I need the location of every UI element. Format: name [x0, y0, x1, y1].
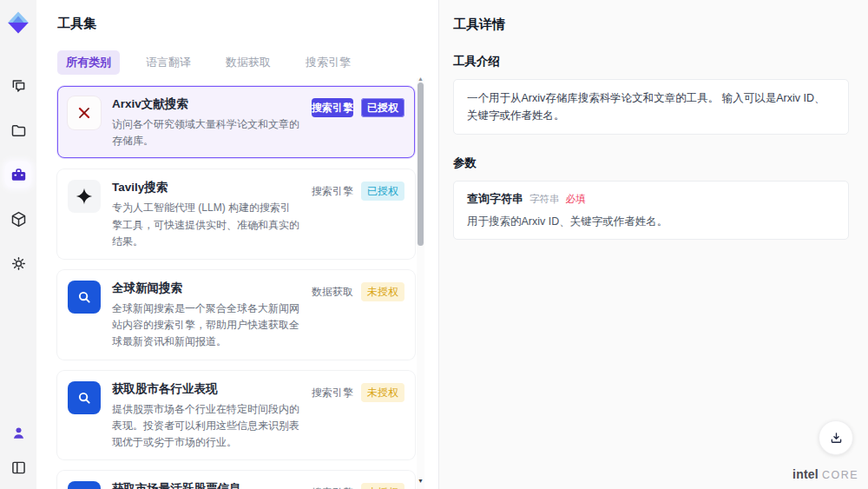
tool-card-body: 获取市场最活跃股票信息 提供当天交易量最高的股票列表。投资者可以利用这些信息来识… — [112, 479, 300, 489]
intro-heading: 工具介绍 — [453, 54, 849, 69]
param-type: 字符串 — [529, 193, 560, 206]
tool-title: 全球新闻搜索 — [112, 281, 300, 296]
status-badge: 已授权 — [361, 182, 404, 201]
sidebar-nav — [5, 73, 31, 276]
details-title: 工具详情 — [453, 17, 849, 33]
search-icon-tile — [68, 281, 101, 314]
scrollbar-thumb[interactable] — [418, 83, 424, 246]
status-badge: 未授权 — [361, 483, 404, 489]
category-badge: 搜索引擎 — [312, 383, 353, 402]
intel-core-logo: intel core — [792, 467, 858, 481]
category-badge: 搜索引擎 — [312, 182, 353, 201]
toolbox-icon — [10, 166, 28, 184]
sidebar-item-settings[interactable] — [5, 250, 31, 276]
tool-card-list: Arxiv文献搜索 访问各个研究领域大量科学论文和文章的存储库。 搜索引擎 已授… — [57, 86, 415, 489]
tool-details-panel: 工具详情 工具介绍 一个用于从Arxiv存储库搜索科学论文和文章的工具。 输入可… — [438, 0, 868, 489]
tool-card-0[interactable]: Arxiv文献搜索 访问各个研究领域大量科学论文和文章的存储库。 搜索引擎 已授… — [57, 86, 415, 158]
category-badge: 数据获取 — [312, 282, 353, 301]
tool-description: 访问各个研究领域大量科学论文和文章的存储库。 — [112, 116, 300, 149]
tab-2[interactable]: 数据获取 — [217, 50, 279, 75]
panel-toggle-icon — [10, 459, 28, 477]
param-description: 用于搜索的Arxiv ID、关键字或作者姓名。 — [467, 215, 835, 229]
tool-title: Arxiv文献搜索 — [112, 96, 300, 112]
status-badge: 已授权 — [361, 98, 404, 117]
tool-card-3[interactable]: 获取股市各行业表现 提供股票市场各个行业在特定时间段内的表现。投资者可以利用这些… — [57, 371, 415, 460]
sidebar-rail — [0, 0, 36, 489]
user-icon — [10, 424, 28, 442]
sidebar-item-user[interactable] — [5, 420, 31, 446]
star-icon — [75, 187, 94, 206]
category-badge: 搜索引擎 — [312, 98, 353, 117]
param-name: 查询字符串 — [467, 191, 523, 207]
tool-badges: 数据获取 未授权 — [312, 279, 404, 351]
status-badge: 未授权 — [361, 282, 404, 301]
sidebar-item-chat[interactable] — [5, 73, 31, 99]
search-icon — [75, 287, 94, 307]
tools-panel: 工具集 所有类别语言翻译数据获取搜索引擎 Arxiv文献搜索 访问各个研究领域大… — [36, 0, 438, 489]
tool-card-2[interactable]: 全球新闻搜索 全球新闻搜索是一个聚合全球各大新闻网站内容的搜索引擎，帮助用户快速… — [57, 270, 415, 360]
sidebar-item-tools[interactable] — [5, 162, 31, 188]
chat-icon — [10, 77, 28, 96]
tool-title: 获取股市各行业表现 — [112, 381, 300, 397]
scrollbar-up-arrow-icon[interactable]: ▲ — [417, 76, 424, 82]
scrollbar-track[interactable]: ▲ ▼ — [417, 78, 424, 489]
arxiv-icon — [75, 103, 94, 122]
param-required-badge: 必填 — [566, 193, 586, 206]
tool-badges: 搜索引擎 未授权 — [312, 380, 404, 452]
params-heading: 参数 — [453, 155, 849, 171]
tool-card-body: 获取股市各行业表现 提供股票市场各个行业在特定时间段内的表现。投资者可以利用这些… — [112, 380, 300, 452]
arxiv-icon-tile — [68, 96, 101, 129]
folder-icon — [10, 122, 28, 140]
intro-box: 一个用于从Arxiv存储库搜索科学论文和文章的工具。 输入可以是Arxiv ID… — [453, 79, 849, 135]
diamond-logo-icon — [6, 10, 30, 35]
page-title: 工具集 — [57, 16, 415, 32]
app-logo — [6, 10, 30, 35]
tool-description: 全球新闻搜索是一个聚合全球各大新闻网站内容的搜索引擎，帮助用户快速获取全球最新资… — [112, 301, 300, 351]
gear-icon — [10, 254, 28, 273]
tool-card-body: Arxiv文献搜索 访问各个研究领域大量科学论文和文章的存储库。 — [112, 95, 300, 149]
sidebar-item-packages[interactable] — [5, 206, 31, 232]
tool-badges: 搜索引擎 已授权 — [312, 95, 404, 149]
tool-badges: 搜索引擎 已授权 — [312, 178, 404, 250]
search-icon — [75, 388, 94, 407]
tab-0[interactable]: 所有类别 — [57, 50, 120, 75]
tab-1[interactable]: 语言翻译 — [137, 50, 200, 75]
cube-icon — [10, 210, 28, 228]
status-badge: 未授权 — [361, 383, 404, 402]
search-icon-tile — [68, 381, 101, 414]
sidebar-item-collapse[interactable] — [5, 454, 31, 480]
category-tabs: 所有类别语言翻译数据获取搜索引擎 — [57, 50, 415, 75]
tool-card-body: 全球新闻搜索 全球新闻搜索是一个聚合全球各大新闻网站内容的搜索引擎，帮助用户快速… — [112, 279, 300, 351]
tool-badges: 搜索引擎 未授权 — [312, 479, 404, 489]
sidebar-bottom — [5, 420, 31, 480]
tool-description: 提供股票市场各个行业在特定时间段内的表现。投资者可以利用这些信息来识别表现优于或… — [112, 401, 300, 452]
tool-card-1[interactable]: Tavily搜索 专为人工智能代理 (LLM) 构建的搜索引擎工具，可快速提供实… — [57, 169, 415, 259]
download-icon — [829, 431, 844, 446]
tool-description: 专为人工智能代理 (LLM) 构建的搜索引擎工具，可快速提供实时、准确和真实的结… — [112, 200, 300, 250]
brand-core-text: core — [822, 469, 858, 481]
sidebar-item-files[interactable] — [5, 117, 31, 143]
star-icon-tile — [68, 180, 101, 213]
brand-intel-text: intel — [792, 467, 819, 481]
search-icon-tile — [68, 481, 101, 489]
tab-3[interactable]: 搜索引擎 — [297, 50, 359, 75]
intro-text: 一个用于从Arxiv存储库搜索科学论文和文章的工具。 输入可以是Arxiv ID… — [467, 89, 835, 124]
app-window: 工具集 所有类别语言翻译数据获取搜索引擎 Arxiv文献搜索 访问各个研究领域大… — [0, 0, 868, 489]
scrollbar-down-arrow-icon[interactable]: ▼ — [417, 478, 424, 484]
param-box: 查询字符串 字符串 必填 用于搜索的Arxiv ID、关键字或作者姓名。 — [453, 181, 849, 240]
tool-title: Tavily搜索 — [112, 180, 300, 195]
tool-card-4[interactable]: 获取市场最活跃股票信息 提供当天交易量最高的股票列表。投资者可以利用这些信息来识… — [57, 471, 415, 489]
category-badge: 搜索引擎 — [312, 483, 353, 489]
download-button[interactable] — [819, 420, 853, 455]
param-header: 查询字符串 字符串 必填 — [467, 191, 835, 207]
tool-card-body: Tavily搜索 专为人工智能代理 (LLM) 构建的搜索引擎工具，可快速提供实… — [112, 178, 300, 250]
tool-title: 获取市场最活跃股票信息 — [112, 481, 300, 489]
